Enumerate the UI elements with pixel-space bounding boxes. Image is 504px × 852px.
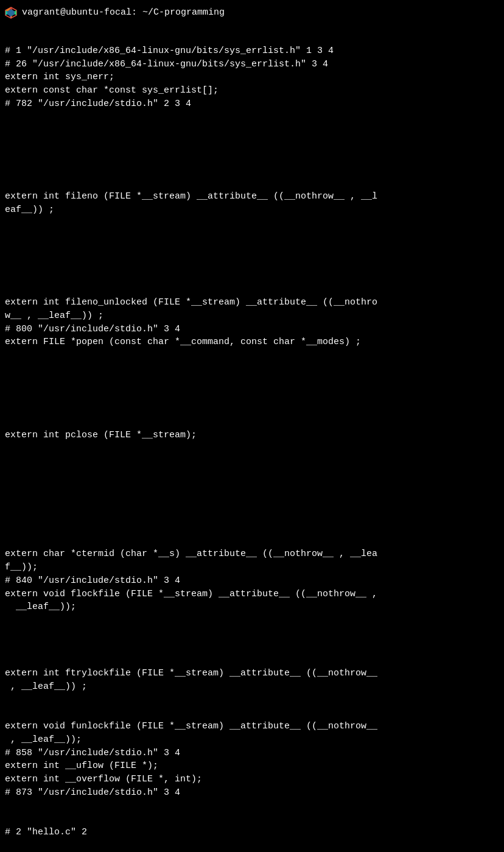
line-15: extern void funlockfile (FILE *__stream)… bbox=[5, 721, 377, 731]
line-13: extern void flockfile (FILE *__stream) _… bbox=[5, 589, 377, 599]
blank-5 bbox=[5, 243, 499, 256]
line-4: extern const char *const sys_errlist[]; bbox=[5, 85, 219, 96]
blank-8 bbox=[5, 376, 499, 389]
line-2: # 26 "/usr/include/x86_64-linux-gnu/bits… bbox=[5, 59, 328, 69]
line-1: # 1 "/usr/include/x86_64-linux-gnu/bits/… bbox=[5, 46, 334, 56]
blank-13 bbox=[5, 521, 499, 535]
line-16: # 858 "/usr/include/stdio.h" 3 4 bbox=[5, 748, 180, 758]
blank-16 bbox=[5, 694, 499, 707]
line-3: extern int sys_nerr; bbox=[5, 72, 114, 82]
blank-2 bbox=[5, 137, 499, 150]
blank-9 bbox=[5, 402, 499, 415]
line-15b: , __leaf__)); bbox=[5, 734, 82, 745]
line-18: extern int __overflow (FILE *, int); bbox=[5, 774, 202, 784]
terminal-body: # 1 "/usr/include/x86_64-linux-gnu/bits/… bbox=[5, 31, 499, 852]
blank-4 bbox=[5, 217, 499, 230]
line-14: extern int ftrylockfile (FILE *__stream)… bbox=[5, 668, 377, 678]
line-17: extern int __uflow (FILE *); bbox=[5, 761, 158, 771]
line-5: # 782 "/usr/include/stdio.h" 2 3 4 bbox=[5, 99, 191, 109]
line-10: extern int pclose (FILE *__stream); bbox=[5, 430, 197, 440]
blank-11 bbox=[5, 468, 499, 482]
blank-1 bbox=[5, 111, 499, 124]
blank-15 bbox=[5, 641, 499, 654]
line-7: extern int fileno_unlocked (FILE *__stre… bbox=[5, 297, 377, 308]
line-8: # 800 "/usr/include/stdio.h" 3 4 bbox=[5, 324, 180, 334]
blank-14 bbox=[5, 614, 499, 627]
line-6b: eaf__)) ; bbox=[5, 205, 54, 215]
line-20: # 2 "hello.c" 2 bbox=[5, 827, 87, 837]
blank-10 bbox=[5, 442, 499, 455]
blank-6 bbox=[5, 270, 499, 283]
svg-marker-3 bbox=[15, 10, 16, 15]
line-11b: f__)); bbox=[5, 562, 38, 572]
line-11: extern char *ctermid (char *__s) __attri… bbox=[5, 549, 377, 559]
blank-12 bbox=[5, 495, 499, 508]
line-7b: w__ , __leaf__)) ; bbox=[5, 311, 103, 321]
blank-3 bbox=[5, 164, 499, 177]
line-12: # 840 "/usr/include/stdio.h" 3 4 bbox=[5, 576, 180, 586]
blank-18 bbox=[5, 839, 499, 852]
terminal-title-text: vagrant@ubuntu-focal: ~/C-programming bbox=[22, 6, 225, 19]
line-9: extern FILE *popen (const char *__comman… bbox=[5, 337, 361, 347]
terminal-header: vagrant@ubuntu-focal: ~/C-programming bbox=[5, 6, 499, 19]
blank-7 bbox=[5, 349, 499, 362]
terminal-icon bbox=[5, 7, 17, 19]
blank-17 bbox=[5, 800, 499, 813]
line-14b: , __leaf__)) ; bbox=[5, 681, 87, 692]
line-19: # 873 "/usr/include/stdio.h" 3 4 bbox=[5, 787, 180, 798]
line-13b: __leaf__)); bbox=[5, 602, 76, 612]
line-6: extern int fileno (FILE *__stream) __att… bbox=[5, 191, 377, 202]
